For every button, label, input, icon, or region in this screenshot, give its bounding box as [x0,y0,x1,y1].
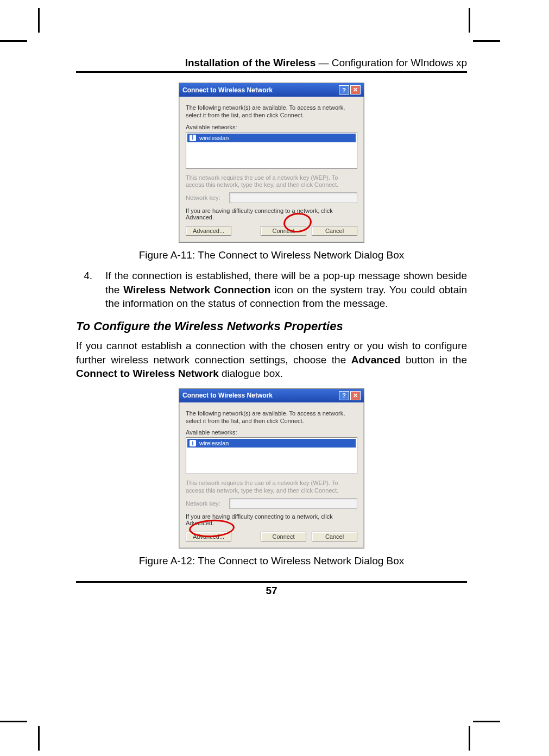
available-networks-listbox[interactable]: i wirelesslan [186,132,357,169]
network-item-label: wirelesslan [199,135,229,141]
cancel-button[interactable]: Cancel [312,226,357,236]
figure-caption-a11: Figure A-11: The Connect to Wireless Net… [76,249,467,261]
difficulty-text: If you are having difficulty connecting … [186,207,357,220]
dialog-connect-wireless-2: Connect to Wireless Network ? ✕ The foll… [179,388,364,549]
available-networks-label: Available networks: [186,124,357,130]
figure-a11: Connect to Wireless Network ? ✕ The foll… [76,83,467,243]
wep-requirement-text: This network requires the use of a netwo… [186,480,357,495]
network-icon: i [190,135,196,141]
dialog-connect-wireless: Connect to Wireless Network ? ✕ The foll… [179,83,364,243]
section-heading: To Configure the Wireless Networks Prope… [76,319,467,333]
step-bold: Wireless Network Connection [123,284,270,295]
available-networks-label: Available networks: [186,429,357,436]
dialog-title: Connect to Wireless Network [182,392,273,399]
network-icon: i [190,440,196,446]
wep-requirement-text: This network requires the use of a netwo… [186,174,357,190]
page-footer: 57 [76,581,467,597]
body-paragraph: If you cannot establish a connection wit… [76,339,467,381]
step-number: 4. [76,269,92,311]
advanced-button[interactable]: Advanced... [186,226,231,236]
connect-button[interactable]: Connect [261,532,306,541]
difficulty-text: If you are having difficulty connecting … [186,513,357,526]
network-item-label: wirelesslan [199,440,229,446]
help-button[interactable]: ? [339,391,349,400]
figure-a12: Connect to Wireless Network ? ✕ The foll… [76,388,467,549]
dialog-title: Connect to Wireless Network [182,86,273,94]
help-button[interactable]: ? [339,85,349,94]
network-key-label: Network key: [186,194,225,201]
page-content: Installation of the Wireless — Configura… [76,57,467,597]
advanced-button[interactable]: Advanced... [186,532,231,541]
dialog-titlebar: Connect to Wireless Network ? ✕ [179,83,364,97]
close-button[interactable]: ✕ [350,85,361,94]
step-4: 4. If the connection is established, the… [76,269,467,311]
header-rest: — Configuration for WIndows xp [315,57,467,68]
dialog-titlebar: Connect to Wireless Network ? ✕ [179,389,364,402]
dialog-intro-text: The following network(s) are available. … [186,410,357,425]
network-key-input[interactable] [229,192,357,203]
cancel-button[interactable]: Cancel [312,532,357,541]
network-key-input[interactable] [229,498,357,509]
connect-button[interactable]: Connect [261,226,306,236]
step-text: If the connection is established, there … [105,269,467,311]
network-key-label: Network key: [186,500,225,507]
running-header: Installation of the Wireless — Configura… [76,57,467,73]
header-bold: Installation of the Wireless [185,57,316,68]
close-button[interactable]: ✕ [350,391,361,400]
network-list-item[interactable]: i wirelesslan [187,439,356,448]
page-number: 57 [266,585,277,596]
network-list-item[interactable]: i wirelesslan [187,134,356,142]
figure-caption-a12: Figure A-12: The Connect to Wireless Net… [76,555,467,567]
available-networks-listbox[interactable]: i wirelesslan [186,437,357,474]
dialog-intro-text: The following network(s) are available. … [186,104,357,119]
